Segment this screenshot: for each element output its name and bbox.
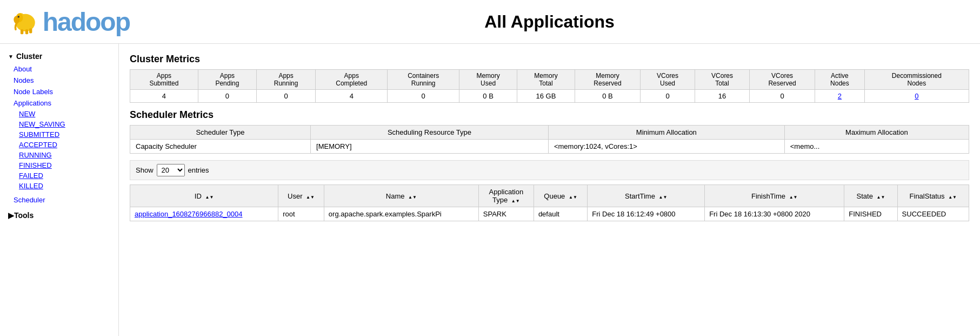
col-name[interactable]: Name ▲▼	[324, 185, 478, 207]
sidebar-subitem-new-saving[interactable]: NEW_SAVING	[0, 119, 118, 129]
user-sort-icon: ▲▼	[306, 195, 315, 200]
col-user[interactable]: User ▲▼	[278, 185, 324, 207]
sidebar-subitem-accepted[interactable]: ACCEPTED	[0, 140, 118, 150]
col-decommissioned-nodes: DecommissionedNodes	[864, 70, 969, 90]
col-starttime[interactable]: StartTime ▲▼	[588, 185, 705, 207]
scheduler-metrics-row: Capacity Scheduler [MEMORY] <memory:1024…	[130, 140, 969, 154]
cluster-metrics-row: 4 0 0 4 0 0 B 16 GB 0 B 0 16 0 2 0	[130, 90, 969, 103]
svg-rect-7	[29, 29, 32, 34]
val-vcores-used: 0	[641, 90, 695, 103]
nodes-link[interactable]: Nodes	[14, 76, 34, 84]
val-vcores-reserved: 0	[750, 90, 815, 103]
col-queue[interactable]: Queue ▲▼	[534, 185, 587, 207]
logo-area: hadoop	[11, 5, 130, 38]
col-minimum-allocation: Minimum Allocation	[548, 126, 784, 140]
submitted-link[interactable]: SUBMITTED	[19, 130, 59, 139]
col-finalstatus[interactable]: FinalStatus ▲▼	[897, 185, 969, 207]
new-link[interactable]: NEW	[19, 110, 35, 118]
scheduler-link[interactable]: Scheduler	[14, 196, 45, 204]
failed-link[interactable]: FAILED	[19, 172, 43, 180]
sidebar-subitem-running[interactable]: RUNNING	[0, 150, 118, 160]
sidebar: ▼ Cluster About Nodes Node Labels Applic…	[0, 44, 119, 336]
page-title: All Applications	[130, 12, 969, 32]
col-active-nodes: ActiveNodes	[815, 70, 865, 90]
starttime-sort-icon: ▲▼	[659, 195, 668, 200]
col-memory-reserved: MemoryReserved	[575, 70, 640, 90]
val-minimum-allocation: <memory:1024, vCores:1>	[548, 140, 784, 154]
val-apps-submitted: 4	[130, 90, 198, 103]
sidebar-subitem-killed[interactable]: KILLED	[0, 181, 118, 191]
finishtime-sort-icon: ▲▼	[789, 195, 798, 200]
sidebar-item-node-labels[interactable]: Node Labels	[0, 86, 118, 97]
col-memory-total: MemoryTotal	[517, 70, 575, 90]
tools-label: Tools	[14, 211, 34, 220]
show-label: Show	[136, 166, 154, 174]
val-containers-running: 0	[388, 90, 459, 103]
val-scheduler-type: Capacity Scheduler	[130, 140, 311, 154]
val-apps-running: 0	[256, 90, 315, 103]
val-apps-completed: 4	[316, 90, 388, 103]
tools-arrow-icon: ▶	[8, 211, 14, 220]
val-memory-used: 0 B	[459, 90, 517, 103]
val-active-nodes: 2	[815, 90, 865, 103]
app-finalstatus: SUCCEEDED	[897, 207, 969, 221]
cluster-metrics-title: Cluster Metrics	[130, 54, 969, 65]
sidebar-subitem-finished[interactable]: FINISHED	[0, 160, 118, 170]
col-containers-running: ContainersRunning	[388, 70, 459, 90]
sidebar-item-about[interactable]: About	[0, 63, 118, 75]
sidebar-subitem-failed[interactable]: FAILED	[0, 170, 118, 181]
sidebar-item-nodes[interactable]: Nodes	[0, 75, 118, 86]
finalstatus-sort-icon: ▲▼	[948, 195, 957, 200]
cluster-label: Cluster	[16, 52, 42, 61]
active-nodes-link[interactable]: 2	[838, 92, 842, 100]
col-apps-pending: AppsPending	[198, 70, 256, 90]
applications-link[interactable]: Applications	[14, 99, 51, 107]
about-link[interactable]: About	[14, 65, 32, 73]
accepted-link[interactable]: ACCEPTED	[19, 141, 57, 149]
queue-sort-icon: ▲▼	[569, 195, 577, 200]
col-vcores-used: VCoresUsed	[641, 70, 695, 90]
sidebar-subitem-submitted[interactable]: SUBMITTED	[0, 129, 118, 140]
cluster-metrics-table: AppsSubmitted AppsPending AppsRunning Ap…	[130, 69, 969, 103]
header: hadoop All Applications	[0, 0, 980, 44]
main-layout: ▼ Cluster About Nodes Node Labels Applic…	[0, 44, 980, 336]
app-user: root	[278, 207, 324, 221]
sidebar-item-scheduler[interactable]: Scheduler	[0, 194, 118, 206]
id-sort-icon: ▲▼	[205, 195, 214, 200]
applications-table: ID ▲▼ User ▲▼ Name ▲▼ ApplicationType ▲▼…	[130, 185, 969, 221]
app-id: application_1608276966882_0004	[130, 207, 278, 221]
app-starttime: Fri Dec 18 16:12:49 +0800	[588, 207, 705, 221]
svg-point-4	[18, 16, 20, 18]
col-id[interactable]: ID ▲▼	[130, 185, 278, 207]
col-apps-completed: AppsCompleted	[316, 70, 388, 90]
finished-link[interactable]: FINISHED	[19, 161, 52, 169]
svg-rect-5	[21, 29, 23, 34]
killed-link[interactable]: KILLED	[19, 182, 43, 190]
app-state: FINISHED	[844, 207, 897, 221]
col-scheduling-resource-type: Scheduling Resource Type	[311, 126, 549, 140]
cluster-section-title[interactable]: ▼ Cluster	[0, 49, 118, 63]
content-area: Cluster Metrics AppsSubmitted AppsPendin…	[119, 44, 980, 336]
col-apps-submitted: AppsSubmitted	[130, 70, 198, 90]
sidebar-subitem-new[interactable]: NEW	[0, 109, 118, 119]
app-id-link[interactable]: application_1608276966882_0004	[135, 210, 243, 218]
col-state[interactable]: State ▲▼	[844, 185, 897, 207]
type-sort-icon: ▲▼	[511, 199, 520, 203]
val-vcores-total: 16	[695, 90, 750, 103]
running-link[interactable]: RUNNING	[19, 151, 52, 159]
val-apps-pending: 0	[198, 90, 256, 103]
col-finishtime[interactable]: FinishTime ▲▼	[705, 185, 844, 207]
entries-select[interactable]: 10 20 25 50 100	[157, 164, 185, 176]
node-labels-link[interactable]: Node Labels	[14, 88, 53, 96]
tools-section-title[interactable]: ▶ Tools	[0, 208, 118, 222]
app-type: SPARK	[478, 207, 534, 221]
sidebar-item-applications[interactable]: Applications	[0, 97, 118, 109]
decommissioned-nodes-link[interactable]: 0	[915, 92, 918, 100]
val-memory-reserved: 0 B	[575, 90, 640, 103]
col-memory-used: MemoryUsed	[459, 70, 517, 90]
hadoop-elephant-icon	[11, 5, 40, 38]
col-application-type[interactable]: ApplicationType ▲▼	[478, 185, 534, 207]
new-saving-link[interactable]: NEW_SAVING	[19, 120, 65, 128]
cluster-section: ▼ Cluster About Nodes Node Labels Applic…	[0, 49, 118, 206]
app-finishtime: Fri Dec 18 16:13:30 +0800 2020	[705, 207, 844, 221]
